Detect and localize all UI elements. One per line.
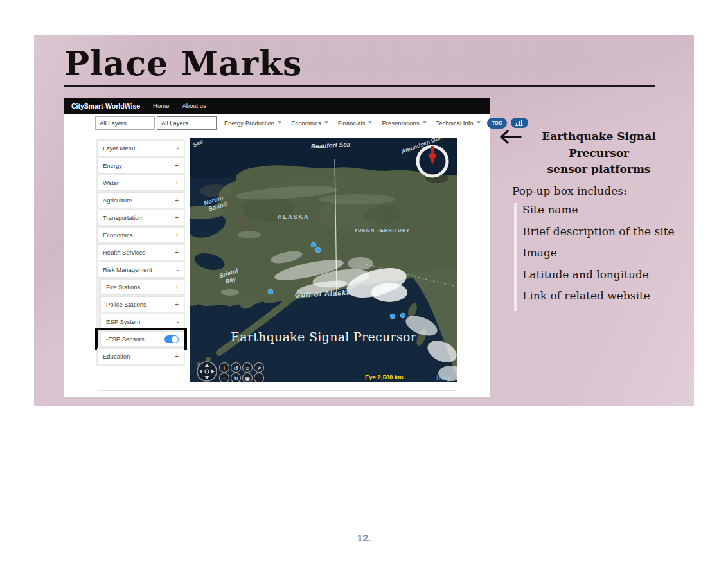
layer-item-energy[interactable]: Energy+ [97,157,184,174]
collapse-icon[interactable]: - [177,145,179,152]
layers-filter-input-1[interactable] [95,116,155,130]
collapse-icon[interactable]: - [177,318,179,325]
layer-item-health-services[interactable]: Health Services+ [97,244,184,260]
tilt-icon: ≡ [245,365,249,371]
map-caption: Earthquake Signal Precursor [231,330,417,344]
map-viewport[interactable]: Sea Beaufort Sea Amundsen Gulf Norton So… [190,138,457,382]
map-label-yukon-territory: YUKON TERRITORY [354,228,410,233]
layer-item-police-stations[interactable]: Police Stations+ [100,296,184,312]
expand-icon[interactable]: + [175,249,179,256]
sensor-placemark [311,242,316,247]
popup-feature-list: Site name Brief description of the site … [514,203,675,311]
nav-about[interactable]: About us [182,102,206,109]
expand-icon[interactable]: + [175,301,179,308]
menu-technical-info[interactable]: Technical Info [436,120,481,127]
expand-icon[interactable]: + [175,162,179,169]
layer-item-esp-system[interactable]: ESP System- [100,314,184,330]
layer-item-transportation[interactable]: Transportation+ [97,210,184,226]
list-item: Image [522,246,675,259]
expand-icon[interactable]: + [175,179,179,186]
popup-list-title: Pop-up box includes: [512,184,627,197]
chevron-down-icon [477,121,481,124]
zoom-in-icon: + [222,365,226,371]
layers-filter-input-2[interactable] [157,116,217,130]
chevron-down-icon [368,121,372,124]
zoom-out-icon: − [222,375,226,382]
layer-item-economics[interactable]: Economics+ [97,227,184,243]
sensor-placemark [400,313,405,318]
map-label-alaska: ALASKA [278,213,310,220]
expand-icon[interactable]: + [175,353,179,360]
footer-divider [37,526,691,526]
list-item: Latitude and longitude [522,268,675,281]
left-arrow-icon [497,128,522,146]
app-menus: Energy Production Economics Financials P… [224,120,481,127]
slide-background: Place Marks CitySmart-WorldWise Home Abo… [34,35,694,406]
bing-watermark: bing [436,375,450,382]
sensor-placemark [315,247,321,253]
menu-presentations[interactable]: Presentations [382,120,426,127]
page-title: Place Marks [64,44,302,83]
app-navrow: Energy Production Economics Financials P… [64,114,490,132]
menu-financials[interactable]: Financials [338,120,373,127]
menu-energy-production[interactable]: Energy Production [224,120,281,127]
app-topbar: CitySmart-WorldWise Home About us [64,98,490,114]
layer-item-fire-stations[interactable]: Fire Stations+ [100,279,184,295]
layer-item-education[interactable]: Education+ [97,348,184,364]
list-item: Link of related website [522,289,675,302]
layer-item-esp-sensors[interactable]: -ESP Sensors [100,331,184,347]
eye-altitude-label: Eye 2,500 km [365,373,404,380]
list-item: Brief description of the site [522,225,675,238]
rotate-icon: ↻ [233,375,238,382]
app-screenshot: CitySmart-WorldWise Home About us Energy… [64,98,490,397]
chevron-down-icon [423,121,427,124]
flatten-icon: — [256,375,262,382]
menu-economics[interactable]: Economics [291,120,328,127]
annotation-heading: Earthquake Signal Precursor sensor platf… [522,129,676,178]
chart-button[interactable] [511,118,528,128]
layer-menu-header[interactable]: Layer Menu - [97,140,184,156]
sensor-placemark [268,289,273,294]
app-brand: CitySmart-WorldWise [71,102,140,110]
bar-chart-icon [515,120,524,126]
layer-item-agriculture[interactable]: Agriculture+ [97,192,184,208]
list-item: Site name [522,203,675,216]
pan-mode-icon: ↗ [256,365,262,371]
esp-sensors-toggle-on[interactable] [164,335,179,343]
reset-view-icon: ↺ [233,365,238,371]
sensor-placemark [390,314,395,319]
expand-icon[interactable]: + [175,231,179,238]
page: Place Marks CitySmart-WorldWise Home Abo… [0,0,728,563]
expand-icon[interactable]: + [175,214,179,221]
nav-home[interactable]: Home [153,102,169,109]
layer-menu-panel: Layer Menu - Energy+ Water+ Agriculture+… [96,139,185,366]
toc-button[interactable]: TOC [487,118,508,129]
nav-buttons: TOC [487,118,529,129]
chevron-down-icon [324,121,328,124]
screenshot-bottom-divider [98,390,456,391]
layer-item-risk-management[interactable]: Risk Management- [97,262,184,278]
layer-item-water[interactable]: Water+ [97,175,184,191]
page-number: 12. [0,532,728,543]
collapse-icon[interactable]: - [177,266,179,273]
title-underline [64,85,655,87]
satellite-map: Sea Beaufort Sea Amundsen Gulf Norton So… [190,138,457,382]
layers-icon: ◉ [245,375,250,382]
expand-icon[interactable]: + [175,197,179,204]
chevron-down-icon [278,121,281,124]
expand-icon[interactable]: + [175,283,179,290]
